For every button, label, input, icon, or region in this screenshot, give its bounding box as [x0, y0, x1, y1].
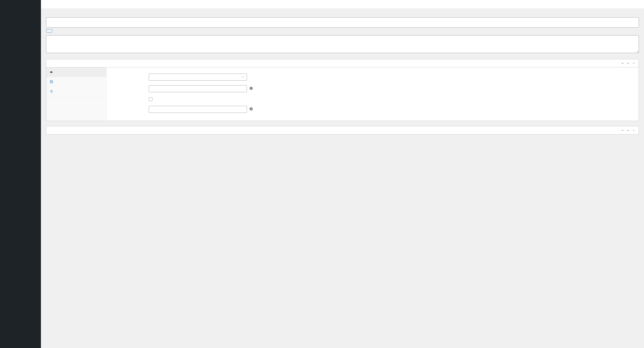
panel-toggle-icon[interactable] [632, 62, 635, 65]
panel-down-icon[interactable] [626, 62, 630, 65]
panel-header [46, 59, 638, 67]
description-input[interactable] [46, 35, 639, 53]
promote-coupon-panel [46, 126, 639, 135]
svg-line-1 [50, 81, 52, 83]
svg-text:?: ? [250, 108, 252, 110]
panel-up-icon[interactable] [621, 129, 624, 132]
svg-text:?: ? [250, 87, 252, 89]
discount-type-label [110, 74, 145, 75]
panel-toggle-icon[interactable] [632, 129, 635, 132]
restriction-icon [50, 80, 53, 84]
limits-icon [50, 89, 53, 93]
free-shipping-label [110, 97, 145, 98]
tab-usage-restriction[interactable] [46, 77, 106, 87]
main-content: ? [41, 0, 644, 348]
coupon-code-input[interactable] [46, 17, 639, 27]
discount-type-select[interactable] [149, 74, 247, 81]
free-shipping-checkbox[interactable] [149, 97, 152, 101]
admin-sidebar [0, 0, 41, 348]
coupon-amount-input[interactable] [149, 85, 247, 92]
coupon-data-panel: ? [46, 59, 639, 121]
coupon-form: ? [107, 67, 638, 121]
help-icon[interactable]: ? [249, 86, 253, 91]
panel-up-icon[interactable] [621, 62, 624, 65]
help-icon[interactable]: ? [249, 107, 253, 112]
expiry-input[interactable] [149, 106, 247, 113]
general-icon [50, 70, 53, 74]
panel-header [46, 126, 638, 134]
panel-controls [621, 129, 635, 132]
tab-general[interactable] [46, 67, 106, 77]
generate-coupon-button[interactable] [46, 29, 52, 32]
coupon-amount-label [110, 85, 145, 87]
panel-down-icon[interactable] [626, 129, 630, 132]
top-bar [41, 0, 644, 8]
panel-controls [621, 62, 635, 65]
tab-usage-limits[interactable] [46, 87, 106, 96]
coupon-tabs [46, 67, 107, 121]
expiry-label [110, 106, 145, 107]
